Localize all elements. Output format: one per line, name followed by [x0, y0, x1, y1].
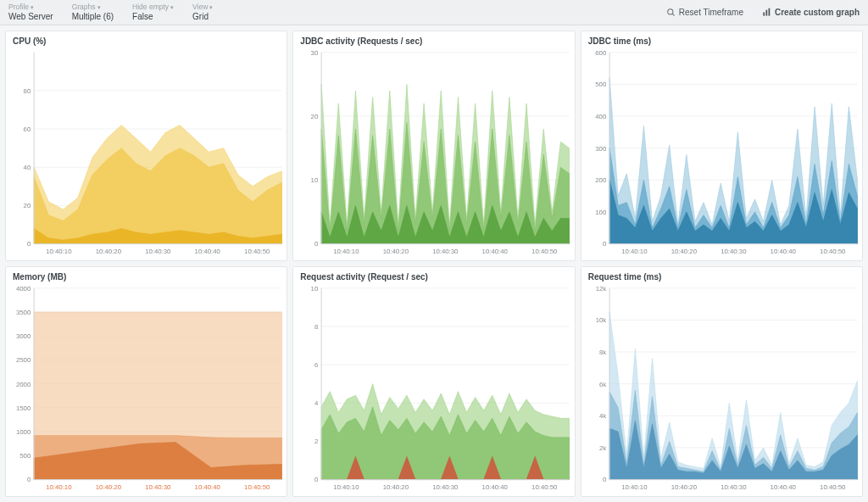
svg-text:10:40:40: 10:40:40: [770, 483, 796, 491]
svg-rect-2: [763, 13, 765, 16]
svg-text:2: 2: [314, 438, 318, 445]
svg-text:10: 10: [311, 285, 319, 293]
svg-text:3500: 3500: [16, 309, 31, 316]
chart-card[interactable]: JDBC time (ms)010020030040050060010:40:1…: [581, 31, 863, 261]
svg-text:10:40:30: 10:40:30: [432, 483, 459, 491]
svg-text:8: 8: [314, 323, 318, 331]
svg-text:0: 0: [314, 476, 319, 483]
filter-view-value: Grid: [192, 12, 213, 21]
svg-text:1500: 1500: [16, 404, 31, 412]
svg-text:10:40:40: 10:40:40: [195, 248, 221, 255]
svg-text:0: 0: [27, 240, 31, 248]
svg-text:10: 10: [311, 176, 319, 184]
chart-title: JDBC time (ms): [581, 31, 862, 46]
svg-rect-3: [765, 10, 767, 16]
svg-text:10:40:20: 10:40:20: [670, 483, 697, 491]
svg-text:10:40:30: 10:40:30: [145, 248, 171, 255]
svg-text:10:40:30: 10:40:30: [721, 248, 747, 255]
chart-plot-area[interactable]: 010203010:40:1010:40:2010:40:3010:40:401…: [293, 46, 574, 260]
chart-title: CPU (%): [6, 31, 287, 46]
filter-hide-empty-value: False: [132, 12, 174, 21]
chart-card[interactable]: JDBC activity (Requests / sec)010203010:…: [292, 31, 575, 261]
svg-text:60: 60: [24, 126, 31, 133]
chart-card[interactable]: Request activity (Request / sec)02468101…: [292, 266, 575, 497]
svg-text:10:40:50: 10:40:50: [820, 248, 846, 255]
filter-profile-label: Profile: [8, 3, 29, 11]
svg-text:10:40:20: 10:40:20: [96, 248, 122, 255]
svg-text:10:40:40: 10:40:40: [482, 248, 509, 255]
svg-text:10:40:20: 10:40:20: [383, 483, 409, 491]
svg-text:500: 500: [595, 81, 607, 88]
svg-text:40: 40: [24, 164, 31, 171]
bar-chart-icon: [762, 8, 771, 17]
filter-hide-empty-label: Hide empty: [132, 3, 169, 11]
chevron-down-icon: ▾: [209, 4, 213, 11]
svg-text:400: 400: [595, 113, 607, 120]
svg-text:20: 20: [311, 113, 319, 120]
chart-plot-area[interactable]: 02040608010:40:1010:40:2010:40:3010:40:4…: [6, 46, 287, 260]
chart-plot-area[interactable]: 02k4k6k8k10k12k10:40:1010:40:2010:40:301…: [581, 282, 862, 496]
svg-text:100: 100: [595, 209, 607, 216]
filter-hide-empty[interactable]: Hide empty▾ False: [132, 3, 174, 20]
svg-text:4000: 4000: [16, 285, 31, 293]
filter-view-label: View: [192, 3, 208, 11]
svg-text:12k: 12k: [595, 285, 606, 293]
svg-text:2500: 2500: [16, 356, 31, 364]
svg-text:2000: 2000: [16, 381, 31, 388]
chart-plot-area[interactable]: 024681010:40:1010:40:2010:40:3010:40:401…: [293, 282, 574, 496]
svg-text:600: 600: [595, 49, 607, 57]
svg-point-0: [668, 9, 673, 14]
svg-text:4k: 4k: [599, 412, 606, 420]
svg-text:10:40:40: 10:40:40: [482, 483, 509, 491]
chart-card[interactable]: CPU (%)02040608010:40:1010:40:2010:40:30…: [5, 31, 287, 261]
chart-card[interactable]: Request time (ms)02k4k6k8k10k12k10:40:10…: [581, 266, 863, 497]
svg-text:10:40:40: 10:40:40: [195, 483, 221, 491]
svg-text:10:40:10: 10:40:10: [46, 248, 72, 255]
create-custom-graph-label: Create custom graph: [775, 8, 860, 17]
reset-timeframe-button[interactable]: Reset Timeframe: [666, 8, 743, 17]
svg-text:10:40:20: 10:40:20: [96, 483, 122, 491]
svg-text:30: 30: [311, 49, 319, 57]
svg-text:10k: 10k: [595, 316, 606, 324]
svg-text:10:40:50: 10:40:50: [820, 483, 846, 491]
svg-text:6: 6: [314, 361, 318, 369]
chart-title: Request activity (Request / sec): [293, 267, 574, 282]
svg-text:10:40:20: 10:40:20: [383, 248, 409, 255]
svg-text:0: 0: [603, 240, 607, 248]
svg-text:20: 20: [24, 202, 31, 209]
filter-profile-value: Web Server: [8, 12, 53, 21]
svg-text:10:40:10: 10:40:10: [334, 483, 360, 491]
svg-rect-4: [769, 8, 771, 16]
svg-text:200: 200: [595, 176, 607, 184]
svg-text:8k: 8k: [599, 349, 606, 356]
filter-view[interactable]: View▾ Grid: [192, 3, 213, 20]
chevron-down-icon: ▾: [97, 4, 101, 11]
svg-text:10:40:50: 10:40:50: [531, 483, 558, 491]
svg-text:10:40:20: 10:40:20: [670, 248, 697, 255]
chart-plot-area[interactable]: 010020030040050060010:40:1010:40:2010:40…: [581, 46, 862, 260]
svg-text:0: 0: [27, 476, 31, 483]
filter-graphs-value: Multiple (6): [72, 12, 114, 21]
chart-title: JDBC activity (Requests / sec): [293, 31, 574, 46]
svg-text:3000: 3000: [16, 332, 31, 340]
filter-profile[interactable]: Profile▾ Web Server: [8, 3, 53, 20]
filter-graphs[interactable]: Graphs▾ Multiple (6): [72, 3, 114, 20]
svg-text:2k: 2k: [599, 444, 606, 452]
svg-line-1: [672, 14, 674, 15]
chart-grid: CPU (%)02040608010:40:1010:40:2010:40:30…: [0, 25, 868, 502]
chevron-down-icon: ▾: [170, 4, 174, 11]
svg-text:10:40:50: 10:40:50: [244, 248, 270, 255]
create-custom-graph-button[interactable]: Create custom graph: [762, 8, 860, 17]
svg-text:10:40:30: 10:40:30: [145, 483, 171, 491]
svg-text:0: 0: [603, 476, 607, 483]
svg-text:10:40:10: 10:40:10: [621, 248, 648, 255]
svg-text:0: 0: [314, 240, 319, 248]
svg-text:10:40:10: 10:40:10: [621, 483, 648, 491]
chart-plot-area[interactable]: 0500100015002000250030003500400010:40:10…: [6, 282, 287, 496]
chart-title: Memory (MB): [6, 267, 287, 282]
top-filter-bar: Profile▾ Web Server Graphs▾ Multiple (6)…: [0, 0, 868, 25]
chart-card[interactable]: Memory (MB)05001000150020002500300035004…: [5, 266, 287, 497]
svg-text:80: 80: [24, 87, 31, 95]
reset-timeframe-label: Reset Timeframe: [679, 8, 743, 17]
svg-text:10:40:10: 10:40:10: [46, 483, 72, 491]
